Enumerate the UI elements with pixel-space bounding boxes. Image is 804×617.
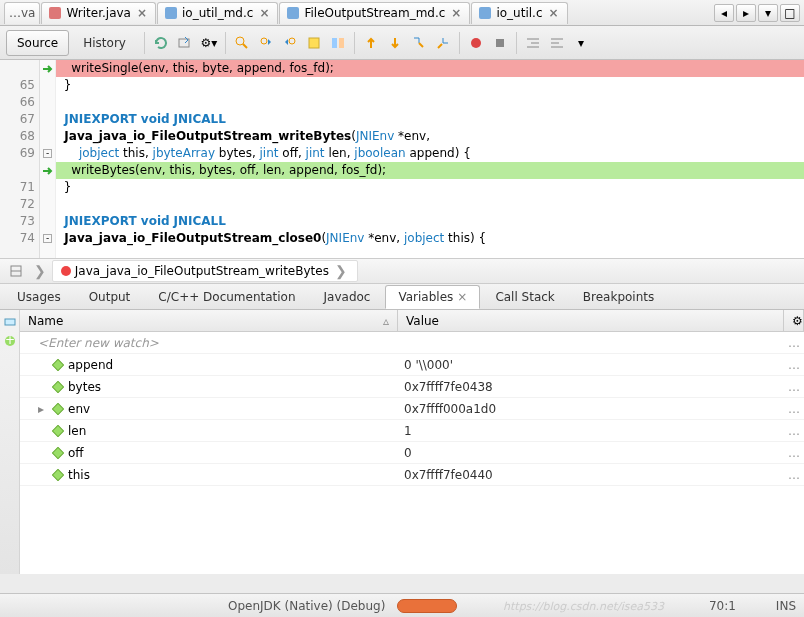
tab-c-c-documentation[interactable]: C/C++ Documentation [145, 285, 308, 309]
editor-toolbar: Source History ⚙▾ ▾ [0, 26, 804, 60]
java-file-icon [48, 6, 62, 20]
close-icon[interactable]: × [257, 6, 271, 20]
refresh-icon[interactable] [152, 34, 170, 52]
diamond-icon [52, 381, 64, 393]
more-icon[interactable]: … [784, 446, 804, 460]
tab-javadoc[interactable]: Javadoc [311, 285, 384, 309]
source-button[interactable]: Source [6, 30, 69, 56]
outdent-icon[interactable] [548, 34, 566, 52]
step-into-icon[interactable] [410, 34, 428, 52]
export-icon[interactable] [176, 34, 194, 52]
diamond-icon [52, 403, 64, 415]
close-icon[interactable]: × [547, 6, 561, 20]
breadcrumb-label: Java_java_io_FileOutputStream_writeBytes [75, 264, 329, 278]
file-tab-truncated[interactable]: …va [4, 2, 40, 24]
bottom-tab-bar: UsagesOutputC/C++ DocumentationJavadocVa… [0, 284, 804, 310]
file-tab-label: io_util_md.c [182, 6, 253, 20]
code-area[interactable]: writeSingle(env, this, byte, append, fos… [56, 60, 804, 258]
var-value: 1 [398, 424, 784, 438]
c-file-icon [164, 6, 178, 20]
svg-point-5 [236, 37, 244, 45]
c-file-icon [286, 6, 300, 20]
file-tab[interactable]: FileOutputStream_md.c× [279, 2, 470, 24]
find-icon[interactable] [233, 34, 251, 52]
var-value: 0x7ffff000a1d0 [398, 402, 784, 416]
close-icon[interactable]: × [449, 6, 463, 20]
add-watch-icon[interactable]: + [3, 334, 17, 348]
find-next-icon[interactable] [281, 34, 299, 52]
more-icon[interactable]: … [784, 380, 804, 394]
svg-rect-1 [165, 7, 177, 19]
svg-text:+: + [4, 334, 14, 347]
indent-icon[interactable] [524, 34, 542, 52]
tab-breakpoints[interactable]: Breakpoints [570, 285, 667, 309]
step-out-icon[interactable] [434, 34, 452, 52]
var-name: this [68, 468, 90, 482]
close-icon[interactable]: × [457, 290, 467, 304]
nav-back-button[interactable]: ◂ [714, 4, 734, 22]
toolbar-menu-icon[interactable]: ▾ [572, 34, 590, 52]
close-icon[interactable]: × [135, 6, 149, 20]
watch-placeholder: <Enter new watch> [20, 332, 159, 354]
step-up-icon[interactable] [362, 34, 380, 52]
variable-row[interactable]: ▸env0x7ffff000a1d0… [20, 398, 804, 420]
tab-variables[interactable]: Variables× [385, 285, 480, 309]
history-button[interactable]: History [69, 36, 140, 50]
settings-dropdown-icon[interactable]: ⚙▾ [200, 34, 218, 52]
nav-fwd-button[interactable]: ▸ [736, 4, 756, 22]
file-tab[interactable]: io_util_md.c× [157, 2, 278, 24]
svg-rect-27 [52, 403, 63, 414]
variables-table: Name▵ Value ⚙ <Enter new watch> … append… [20, 310, 804, 574]
svg-rect-0 [49, 7, 61, 19]
col-header-value[interactable]: Value [398, 310, 784, 331]
tab-output[interactable]: Output [76, 285, 144, 309]
find-prev-icon[interactable] [257, 34, 275, 52]
svg-point-7 [261, 38, 267, 44]
diamond-icon [52, 447, 64, 459]
svg-rect-29 [52, 447, 63, 458]
col-header-name[interactable]: Name▵ [20, 310, 398, 331]
more-icon[interactable]: … [784, 358, 804, 372]
tab-usages[interactable]: Usages [4, 285, 74, 309]
step-down-icon[interactable] [386, 34, 404, 52]
more-icon[interactable]: … [784, 336, 804, 350]
cursor-position: 70:1 [709, 599, 736, 613]
tab-call-stack[interactable]: Call Stack [482, 285, 567, 309]
diamond-icon [52, 359, 64, 371]
diff-icon[interactable] [329, 34, 347, 52]
variable-row[interactable]: bytes0x7ffff7fe0438… [20, 376, 804, 398]
variable-row[interactable]: this0x7ffff7fe0440… [20, 464, 804, 486]
variable-row[interactable]: off0… [20, 442, 804, 464]
watch-icon[interactable] [3, 314, 17, 328]
new-watch-row[interactable]: <Enter new watch> … [20, 332, 804, 354]
file-tab[interactable]: Writer.java× [41, 2, 156, 24]
dropdown-button[interactable]: ▾ [758, 4, 778, 22]
more-icon[interactable]: … [784, 468, 804, 482]
svg-rect-22 [5, 319, 15, 325]
members-icon[interactable] [7, 262, 25, 280]
svg-rect-28 [52, 425, 63, 436]
more-icon[interactable]: … [784, 402, 804, 416]
expand-icon[interactable]: ▸ [38, 402, 48, 416]
var-name: len [68, 424, 86, 438]
variable-row[interactable]: len1… [20, 420, 804, 442]
stop-icon[interactable] [491, 34, 509, 52]
breadcrumb-function[interactable]: Java_java_io_FileOutputStream_writeBytes… [52, 260, 358, 282]
highlight-icon[interactable] [305, 34, 323, 52]
file-tab-bar: …va Writer.java×io_util_md.c×FileOutputS… [0, 0, 804, 26]
svg-rect-2 [287, 7, 299, 19]
variable-row[interactable]: append0 '\\000'… [20, 354, 804, 376]
fold-gutter[interactable]: -- [40, 60, 56, 258]
file-tab[interactable]: io_util.c× [471, 2, 567, 24]
maximize-button[interactable]: □ [780, 4, 800, 22]
col-config-icon[interactable]: ⚙ [784, 310, 804, 331]
record-icon[interactable] [467, 34, 485, 52]
more-icon[interactable]: … [784, 424, 804, 438]
diamond-icon [52, 469, 64, 481]
svg-rect-13 [496, 39, 504, 47]
window-controls: ◂ ▸ ▾ □ [714, 4, 800, 22]
code-editor[interactable]: 656667686971727374 -- writeSingle(env, t… [0, 60, 804, 258]
svg-rect-10 [332, 38, 337, 48]
svg-rect-25 [52, 359, 63, 370]
var-name: off [68, 446, 84, 460]
